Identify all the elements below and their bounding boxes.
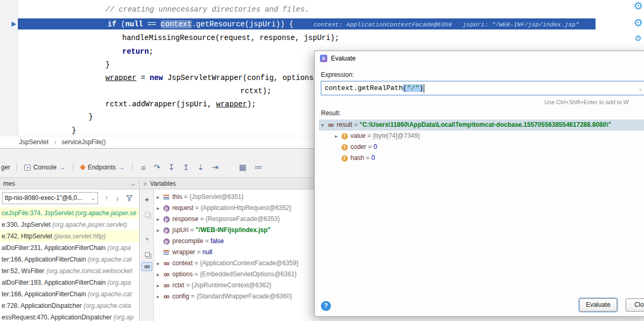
close-button[interactable]: Close	[626, 298, 644, 312]
code-line[interactable]: if (null == context.getResource(jspUri))…	[108, 19, 579, 30]
frames-panel-arrow-icon[interactable]: →	[130, 180, 136, 187]
frame-row[interactable]: e:742, HttpServlet (javax.servlet.http)	[0, 230, 139, 242]
step-icons: ≡↷↧↥⇣⇥▦≔	[141, 163, 262, 172]
gear-icon-3[interactable]: ⚙	[635, 34, 641, 43]
frame-row[interactable]: e:330, JspServlet (org.apache.jasper.ser…	[0, 219, 139, 230]
code-line[interactable]: }	[72, 125, 76, 136]
code-line[interactable]: }	[105, 59, 110, 71]
code-line[interactable]: // creating unnecessary directories and …	[105, 4, 309, 15]
code-token: wrapper	[105, 74, 136, 82]
watch-row[interactable]: ▾ooresult = "C:\Users\11860\AppData\Loca…	[319, 119, 644, 131]
expression-string: "/"	[407, 84, 419, 92]
code-line[interactable]: rctxt.addWrapper(jspUri, wrapper);	[105, 99, 256, 110]
frames-panel-header: mes →	[0, 178, 139, 189]
tree-collapsed-icon[interactable]: ▸	[154, 269, 162, 280]
tab-console[interactable]: > Console →	[20, 164, 70, 171]
evaluate-button[interactable]: Evaluate	[579, 298, 617, 312]
tab-debugger-partial[interactable]: ger	[0, 164, 13, 171]
variable-value: {JspServlet@6351}	[189, 192, 243, 203]
tree-collapsed-icon[interactable]: ▸	[154, 258, 162, 269]
step-into-icon[interactable]: ↧	[168, 163, 175, 172]
vars-strip: +▾oo	[140, 189, 154, 321]
variable-value: "C:\Users\11860\AppData\Local\Temp\tomca…	[359, 119, 611, 131]
text-caret	[424, 84, 424, 93]
step-out-icon[interactable]: ↥	[183, 163, 190, 172]
tree-collapsed-icon[interactable]: ▸	[154, 280, 162, 291]
code-token: context	[161, 20, 192, 28]
tree-collapsed-icon[interactable]: ▸	[333, 131, 340, 142]
step-over-icon[interactable]: ↷	[154, 163, 161, 172]
frame-label: alDoFilter:231, ApplicationFilterChain	[2, 244, 105, 252]
code-token: );	[247, 100, 256, 108]
variable-row[interactable]: ▸fvalue = {byte[74]@7349}	[319, 131, 644, 142]
frames-panel: mes → ttp-nio-8080-exec-1"@6,0... ⌄ ↑ ↓ …	[0, 178, 140, 321]
result-tree: ▾ooresult = "C:\Users\11860\AppData\Loca…	[319, 119, 644, 283]
expression-input[interactable]: context.getRealPath ( "/" ) ⌄	[321, 81, 644, 95]
frame-row[interactable]: ter:166, ApplicationFilterChain (org.apa…	[0, 288, 139, 300]
variable-value: {ResponseFacade@6353}	[206, 214, 280, 225]
variable-row[interactable]: fcoder = 0	[319, 142, 644, 153]
code-line[interactable]: handleMissingResource(request, response,…	[122, 33, 339, 44]
gear-icon-1[interactable]: ⚙	[633, 1, 643, 12]
field-icon: f	[340, 133, 349, 139]
expression-text: context.getRealPath	[325, 84, 403, 92]
next-frame-icon[interactable]: ↓	[115, 194, 119, 202]
variable-row[interactable]: fhash = 0	[319, 153, 644, 164]
tab-console-label: Console	[33, 164, 56, 171]
frame-row[interactable]: e:728, ApplicationDispatcher (org.apache…	[0, 300, 139, 312]
add-watch-icon[interactable]: +	[140, 195, 154, 204]
frame-label: alDoFilter:193, ApplicationFilterChain	[2, 279, 105, 286]
run-to-cursor-icon[interactable]: ⇥	[212, 163, 219, 172]
tree-collapsed-icon[interactable]: ▸	[154, 192, 162, 203]
console-icon: >	[24, 165, 31, 170]
frame-row[interactable]: ter:52, WsFilter (org.apache.tomcat.webs…	[0, 265, 139, 277]
parameter-icon: p	[162, 238, 171, 245]
evaluate-dialog-icon: ≣	[320, 55, 327, 62]
frames-list: ceJspFile:374, JspServlet (org.apache.ja…	[0, 207, 139, 321]
tree-collapsed-icon[interactable]: ▸	[154, 203, 162, 214]
frame-row[interactable]: alDoFilter:231, ApplicationFilterChain (…	[0, 242, 139, 254]
tree-collapsed-icon[interactable]: ▸	[154, 225, 162, 236]
frame-row[interactable]: alDoFilter:193, ApplicationFilterChain (…	[0, 277, 139, 288]
tree-collapsed-icon[interactable]: ▸	[154, 291, 162, 302]
expression-paren-open: (	[403, 84, 407, 92]
frame-row[interactable]: ter:166, ApplicationFilterChain (org.apa…	[0, 254, 139, 265]
frame-row[interactable]: essRequest:470, ApplicationDispatcher (o…	[0, 312, 139, 321]
hide-library-frames-icon[interactable]	[126, 195, 133, 202]
code-token: wrapper	[216, 100, 247, 108]
tab-endpoints[interactable]: Endpoints →	[76, 164, 129, 171]
variable-name: this	[172, 192, 182, 203]
tree-expanded-icon[interactable]: ▾	[319, 119, 326, 131]
field-icon: f	[340, 144, 349, 151]
gear-icon-2[interactable]: ⚙	[633, 17, 643, 28]
move-down-icon[interactable]: ▾	[140, 236, 154, 243]
code-line[interactable]: }	[89, 112, 93, 123]
code-line[interactable]: rctxt);	[240, 86, 271, 97]
code-token: handleMissingResource(request, response,…	[122, 34, 339, 42]
copy-value-icon[interactable]	[140, 249, 154, 259]
layout-settings-icon[interactable]: ≡	[141, 163, 146, 172]
show-watches-icon[interactable]: oo	[141, 262, 152, 271]
expression-history-icon[interactable]: ⌄	[639, 85, 642, 92]
breadcrumb-method[interactable]: serviceJspFile()	[62, 138, 106, 146]
evaluate-dialog-titlebar[interactable]: ≣ Evaluate	[315, 51, 644, 66]
duplicate-watch-icon[interactable]	[140, 209, 154, 219]
thread-selector[interactable]: ttp-nio-8080-exec-1"@6,0... ⌄	[2, 192, 98, 204]
frame-package-label: (javax.servlet.http)	[52, 233, 105, 240]
view-breakpoints-icon[interactable]: ▦	[239, 163, 246, 172]
variable-value: null	[202, 247, 212, 258]
breadcrumb-class[interactable]: JspServlet	[19, 138, 48, 146]
result-label: Result:	[321, 109, 340, 117]
help-button[interactable]: ?	[321, 301, 331, 311]
code-token: ==	[148, 20, 161, 28]
previous-frame-icon[interactable]: ↑	[105, 194, 109, 202]
variable-value: {EmbeddedServletOptions@6361}	[200, 269, 297, 280]
frame-row[interactable]: ceJspFile:374, JspServlet (org.apache.ja…	[0, 207, 139, 219]
frame-package-label: (org.apache.tomcat.websocket	[44, 267, 132, 275]
code-token: new	[150, 74, 163, 82]
force-step-into-icon[interactable]: ⇣	[197, 163, 204, 172]
code-line[interactable]: wrapper = new JspServletWrapper(config, …	[105, 73, 318, 84]
tree-collapsed-icon[interactable]: ▸	[154, 214, 162, 225]
code-line[interactable]: return;	[122, 46, 153, 57]
mute-breakpoints-icon[interactable]: ≔	[255, 163, 262, 172]
